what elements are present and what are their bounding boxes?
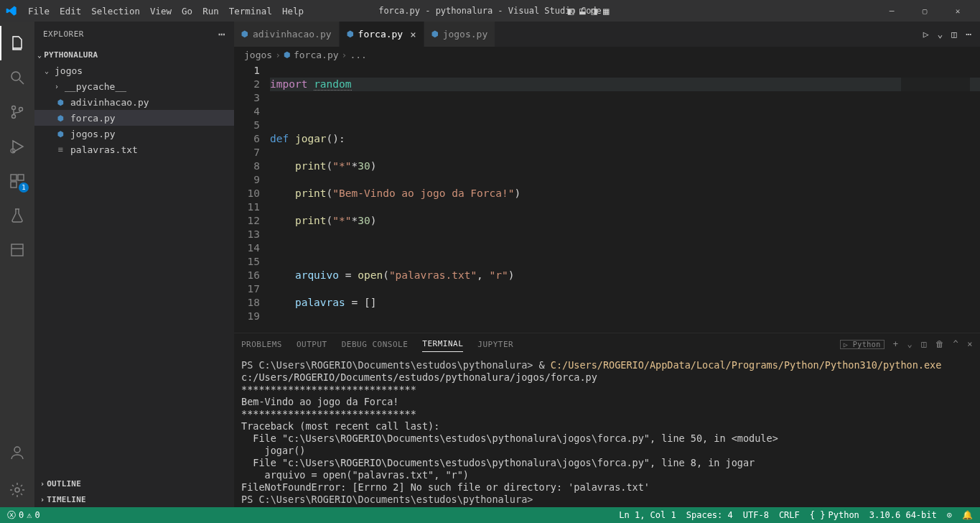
activity-source-control[interactable]	[0, 95, 34, 129]
svg-rect-6	[11, 175, 17, 180]
status-spaces[interactable]: Spaces: 4	[686, 510, 733, 520]
split-terminal-icon[interactable]: ◫	[921, 336, 927, 352]
status-eol[interactable]: CRLF	[779, 510, 800, 520]
python-file-icon: ⬢	[55, 128, 66, 139]
timeline-section[interactable]: ›TIMELINE	[34, 491, 234, 507]
python-file-icon: ⬢	[55, 112, 66, 124]
tree-file-jogos[interactable]: ⬢jogos.py	[34, 126, 234, 142]
panel-tab-jupyter[interactable]: JUPYTER	[477, 337, 513, 352]
status-language[interactable]: { }Python	[810, 510, 859, 520]
chevron-right-icon: ›	[40, 496, 45, 504]
code-editor[interactable]: 12345678910111213141516171819 import ran…	[234, 63, 980, 333]
status-lncol[interactable]: Ln 1, Col 1	[619, 510, 676, 520]
menu-edit[interactable]: Edit	[55, 6, 86, 17]
status-interpreter[interactable]: 3.10.6 64-bit	[869, 510, 937, 520]
close-tab-icon[interactable]: ×	[410, 29, 416, 40]
editor-more-icon[interactable]: ⋯	[966, 29, 971, 40]
svg-point-11	[14, 447, 20, 453]
close-panel-icon[interactable]: ×	[967, 336, 973, 352]
files-icon	[9, 34, 26, 52]
folder-label: jogos	[55, 65, 83, 76]
menu-file[interactable]: File	[23, 6, 55, 17]
menu-selection[interactable]: Selection	[86, 6, 145, 17]
customize-layout-icon[interactable]: ▦	[603, 5, 609, 17]
svg-rect-9	[11, 244, 23, 256]
close-button[interactable]: ✕	[941, 6, 974, 16]
editor-actions: ▷ ⌄ ◫ ⋯	[923, 22, 980, 47]
menu-go[interactable]: Go	[177, 6, 197, 17]
terminal-dropdown-icon[interactable]: ⌄	[907, 336, 913, 352]
panel-tab-debug[interactable]: DEBUG CONSOLE	[342, 337, 409, 352]
maximize-panel-icon[interactable]: ^	[953, 336, 959, 352]
status-encoding[interactable]: UTF-8	[743, 510, 769, 520]
breadcrumb[interactable]: jogos› ⬢ forca.py› ...	[234, 47, 980, 63]
run-dropdown-icon[interactable]: ⌄	[938, 29, 943, 40]
svg-point-12	[15, 488, 19, 492]
panel-tab-terminal[interactable]: TERMINAL	[422, 336, 463, 352]
code-content[interactable]: import random def jogar(): print("*"*30)…	[270, 63, 980, 333]
tree-folder-pycache[interactable]: ›__pycache__	[34, 78, 234, 94]
explorer-header: EXPLORER ⋯	[34, 22, 234, 47]
chevron-right-icon: ›	[55, 83, 65, 91]
menu-help[interactable]: Help	[277, 6, 309, 17]
breadcrumb-item[interactable]: forca.py	[294, 50, 339, 60]
tree-file-palavras[interactable]: ≡palavras.txt	[34, 142, 234, 157]
status-broadcast-icon[interactable]: ⊙	[947, 510, 952, 520]
file-tree: ⌄jogos ›__pycache__ ⬢adivinhacao.py ⬢for…	[34, 63, 234, 476]
line-gutter: 12345678910111213141516171819	[234, 63, 270, 333]
terminal-output[interactable]: PS C:\Users\ROGERIO\Documents\estudos\py…	[234, 355, 980, 507]
file-label: forca.py	[70, 113, 116, 124]
activity-bar: 1	[0, 22, 34, 507]
editor-area: ⬢adivinhacao.py ⬢forca.py× ⬢jogos.py ▷ ⌄…	[234, 22, 980, 507]
minimize-button[interactable]: ─	[875, 6, 908, 16]
beaker-icon	[9, 207, 26, 224]
project-header[interactable]: ⌄ PYTHONALURA	[34, 47, 234, 63]
outline-label: OUTLINE	[47, 479, 81, 489]
tab-adivinhacao[interactable]: ⬢adivinhacao.py	[234, 22, 340, 47]
activity-settings[interactable]	[0, 473, 34, 507]
explorer-sidebar: EXPLORER ⋯ ⌄ PYTHONALURA ⌄jogos ›__pycac…	[34, 22, 234, 507]
new-terminal-icon[interactable]: +	[893, 336, 899, 352]
activity-account[interactable]	[0, 435, 34, 470]
minimap[interactable]	[901, 63, 970, 333]
titlebar: File Edit Selection View Go Run Terminal…	[0, 0, 980, 22]
python-file-icon: ⬢	[431, 29, 439, 39]
tab-jogos[interactable]: ⬢jogos.py	[424, 22, 496, 47]
vscode-icon	[6, 5, 17, 17]
terminal-shell-label[interactable]: ▷ Python	[840, 340, 885, 349]
tree-folder-jogos[interactable]: ⌄jogos	[34, 63, 234, 78]
tab-label: forca.py	[358, 29, 403, 40]
activity-run-debug[interactable]	[0, 129, 34, 164]
window-title: forca.py - pythonalura - Visual Studio C…	[378, 6, 602, 16]
outline-section[interactable]: ›OUTLINE	[34, 476, 234, 491]
statusbar: ⓧ0⚠0 Ln 1, Col 1 Spaces: 4 UTF-8 CRLF { …	[0, 507, 980, 523]
breadcrumb-item[interactable]: jogos	[244, 50, 272, 60]
status-errors[interactable]: ⓧ0⚠0	[7, 509, 40, 522]
search-icon	[9, 69, 26, 86]
kill-terminal-icon[interactable]: 🗑	[935, 336, 945, 352]
activity-search[interactable]	[0, 60, 34, 95]
run-file-icon[interactable]: ▷	[923, 29, 929, 40]
menu-run[interactable]: Run	[197, 6, 224, 17]
chevron-right-icon: ›	[40, 480, 45, 488]
tree-file-forca[interactable]: ⬢forca.py	[34, 110, 234, 126]
python-file-icon: ⬢	[241, 29, 248, 39]
breadcrumb-item[interactable]: ...	[350, 50, 366, 60]
activity-testing[interactable]	[0, 198, 34, 233]
activity-extensions[interactable]: 1	[0, 164, 34, 198]
panel-tabs: PROBLEMS OUTPUT DEBUG CONSOLE TERMINAL J…	[234, 333, 980, 355]
status-bell-icon[interactable]: 🔔	[962, 510, 973, 520]
explorer-more-icon[interactable]: ⋯	[218, 27, 225, 41]
panel-tab-output[interactable]: OUTPUT	[297, 337, 327, 352]
tab-forca[interactable]: ⬢forca.py×	[340, 22, 424, 47]
menu-terminal[interactable]: Terminal	[224, 6, 277, 17]
file-label: adivinhacao.py	[70, 97, 149, 108]
panel-tab-problems[interactable]: PROBLEMS	[241, 337, 282, 352]
split-editor-icon[interactable]: ◫	[951, 29, 957, 40]
activity-jupyter[interactable]	[0, 233, 34, 267]
menu-view[interactable]: View	[145, 6, 177, 17]
tree-file-adivinhacao[interactable]: ⬢adivinhacao.py	[34, 94, 234, 110]
activity-explorer[interactable]	[0, 26, 34, 60]
maximize-button[interactable]: ▢	[908, 6, 941, 16]
file-label: jogos.py	[70, 129, 116, 139]
